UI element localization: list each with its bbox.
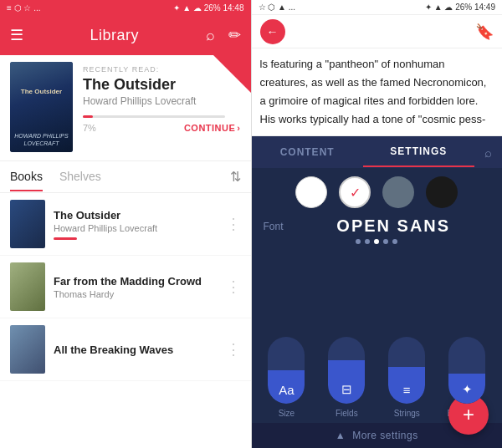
more-options-icon[interactable]: ⋮: [226, 277, 241, 296]
book-list: The Outsider Howard Phillips Lovecraft ⋮…: [0, 193, 251, 448]
continue-button[interactable]: CONTINUE ›: [184, 123, 241, 133]
more-settings-label: More settings: [352, 430, 418, 441]
font-name: OPEN SANS: [297, 216, 491, 236]
book-item-author: Thomas Hardy: [54, 289, 218, 299]
recently-read-section: The Outsider HOWARD PHILLIPS LOVECRAFT R…: [0, 55, 251, 161]
cover-author-overlay: HOWARD PHILLIPS LOVECRAFT: [13, 132, 69, 147]
theme-checked[interactable]: ✓: [339, 176, 371, 208]
status-bar-left: ≡ ⬡ ☆ ... ✦ ▲ ☁ 26% 14:48: [0, 0, 251, 15]
settings-panel: CONTENT SETTINGS ⌕ ✓ Font OPEN SANS: [252, 136, 503, 448]
reading-progress-bar: [54, 237, 77, 240]
book-item-author: Howard Phillips Lovecraft: [54, 223, 218, 233]
edit-icon[interactable]: ✏: [228, 26, 241, 44]
book-item-title: All the Breaking Waves: [54, 344, 218, 356]
status-icons-right: ✦ ▲ ☁ 26% 14:48: [173, 3, 243, 13]
font-dot-3: [374, 239, 379, 244]
font-dot-1: [356, 239, 361, 244]
theme-dark[interactable]: [426, 176, 458, 208]
status-bar-right: ☆ ⬡ ▲ ... ✦ ▲ ☁ 26% 14:49: [252, 0, 503, 15]
book-thumb-outsider: [10, 200, 45, 248]
book-item-info: All the Breaking Waves: [54, 344, 218, 356]
slider-track-strings[interactable]: ≡: [388, 337, 425, 404]
slider-track-brightness[interactable]: ✦: [448, 337, 485, 404]
font-dot-2: [365, 239, 370, 244]
reading-text: ls featuring a "pantheon" of nonhuman cr…: [252, 48, 503, 136]
sort-icon[interactable]: ⇅: [230, 169, 241, 185]
book-thumb-breaking: [10, 325, 45, 374]
list-item[interactable]: Far from the Madding Crowd Thomas Hardy …: [0, 256, 251, 318]
slider-icon-size: Aa: [279, 383, 294, 397]
slider-strings: ≡ Strings: [380, 337, 433, 418]
progress-percentage: 7%: [83, 123, 96, 133]
slider-icon-fields: ⊟: [341, 382, 352, 397]
left-panel: ≡ ⬡ ☆ ... ✦ ▲ ☁ 26% 14:48 ☰ Library ⌕ ✏ …: [0, 0, 251, 448]
font-row: Font OPEN SANS: [252, 216, 503, 236]
tab-shelves[interactable]: Shelves: [59, 163, 101, 191]
font-dot-5: [392, 239, 397, 244]
progress-continue-row: 7% CONTINUE ›: [83, 123, 241, 133]
font-dots: [252, 239, 503, 244]
progress-bar-container: [83, 115, 225, 118]
slider-label-fields: Fields: [336, 409, 358, 418]
library-header: ☰ Library ⌕ ✏: [0, 15, 251, 55]
reader-search-icon[interactable]: ⌕: [474, 145, 502, 160]
slider-label-strings: Strings: [394, 409, 420, 418]
search-icon[interactable]: ⌕: [206, 27, 215, 44]
font-label: Font: [264, 221, 297, 232]
status-icons-left: ≡ ⬡ ☆ ...: [7, 3, 41, 13]
tab-books[interactable]: Books: [10, 163, 43, 191]
featured-book-info: RECENTLY READ: The Outsider Howard Phill…: [83, 62, 241, 133]
list-item[interactable]: The Outsider Howard Phillips Lovecraft ⋮: [0, 193, 251, 256]
status-left-right: ☆ ⬡ ▲ ...: [259, 3, 296, 12]
tab-content[interactable]: CONTENT: [252, 138, 363, 166]
slider-fields: ⊟ Fields: [320, 337, 373, 418]
header-icons: ⌕ ✏: [206, 26, 241, 44]
more-options-icon[interactable]: ⋮: [226, 340, 241, 359]
book-item-info: Far from the Madding Crowd Thomas Hardy: [54, 275, 218, 299]
list-item[interactable]: All the Breaking Waves ⋮: [0, 318, 251, 381]
book-thumb-far: [10, 262, 45, 311]
featured-book-cover[interactable]: The Outsider HOWARD PHILLIPS LOVECRAFT: [10, 62, 73, 152]
chevron-up-icon: ▲: [336, 430, 346, 441]
more-options-icon[interactable]: ⋮: [226, 215, 241, 233]
featured-book-author: Howard Phillips Lovecraft: [83, 95, 241, 107]
book-item-title: The Outsider: [54, 209, 218, 221]
books-shelves-tabs: Books Shelves ⇅: [0, 161, 251, 193]
bookmark-icon[interactable]: 🔖: [475, 23, 494, 41]
slider-icon-brightness: ✦: [462, 382, 473, 397]
right-panel: ☆ ⬡ ▲ ... ✦ ▲ ☁ 26% 14:49 ← 🔖 ls featuri…: [252, 0, 503, 448]
cover-title-overlay: The Outsider: [13, 87, 69, 96]
slider-icon-strings: ≡: [403, 383, 411, 397]
slider-track-fields[interactable]: ⊟: [328, 337, 365, 404]
slider-label-size: Size: [279, 409, 295, 418]
sliders-area: Aa Size ⊟ Fields ≡ Strings: [252, 249, 503, 423]
theme-white[interactable]: [295, 176, 327, 208]
back-button[interactable]: ←: [260, 19, 285, 44]
book-item-title: Far from the Madding Crowd: [54, 275, 218, 288]
featured-book-title: The Outsider: [83, 76, 241, 94]
menu-icon[interactable]: ☰: [10, 26, 23, 44]
reader-tabs: CONTENT SETTINGS ⌕: [252, 136, 503, 168]
reading-header: ← 🔖: [252, 15, 503, 48]
tab-settings[interactable]: SETTINGS: [363, 137, 474, 167]
status-right-right: ✦ ▲ ☁ 26% 14:49: [425, 3, 495, 12]
theme-gray[interactable]: [382, 176, 414, 208]
font-dot-4: [383, 239, 388, 244]
slider-size: Aa Size: [260, 337, 314, 418]
slider-track-size[interactable]: Aa: [268, 337, 305, 404]
book-item-info: The Outsider Howard Phillips Lovecraft: [54, 209, 218, 240]
progress-bar-fill: [83, 115, 93, 118]
recently-read-label: RECENTLY READ:: [83, 65, 241, 74]
library-title: Library: [90, 27, 139, 44]
theme-options: ✓: [252, 168, 503, 216]
